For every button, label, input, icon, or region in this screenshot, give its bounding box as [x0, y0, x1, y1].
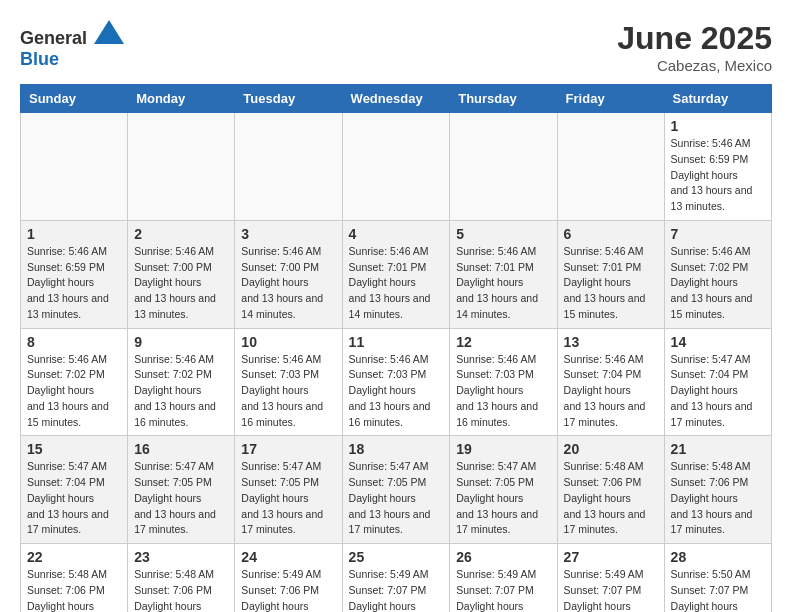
calendar-cell: 6 Sunrise: 5:46 AM Sunset: 7:01 PM Dayli…	[557, 220, 664, 328]
day-number: 9	[134, 334, 228, 350]
logo: General Blue	[20, 20, 124, 70]
day-info: Sunrise: 5:50 AM Sunset: 7:07 PM Dayligh…	[671, 567, 765, 612]
calendar-week-row: 1 Sunrise: 5:46 AM Sunset: 6:59 PM Dayli…	[21, 220, 772, 328]
calendar-cell: 16 Sunrise: 5:47 AM Sunset: 7:05 PM Dayl…	[128, 436, 235, 544]
day-number: 13	[564, 334, 658, 350]
day-number: 17	[241, 441, 335, 457]
day-number: 26	[456, 549, 550, 565]
day-info: Sunrise: 5:49 AM Sunset: 7:06 PM Dayligh…	[241, 567, 335, 612]
day-number: 5	[456, 226, 550, 242]
calendar-cell: 9 Sunrise: 5:46 AM Sunset: 7:02 PM Dayli…	[128, 328, 235, 436]
calendar-cell: 26 Sunrise: 5:49 AM Sunset: 7:07 PM Dayl…	[450, 544, 557, 613]
calendar-cell: 22 Sunrise: 5:48 AM Sunset: 7:06 PM Dayl…	[21, 544, 128, 613]
day-info: Sunrise: 5:49 AM Sunset: 7:07 PM Dayligh…	[349, 567, 444, 612]
calendar-cell	[128, 113, 235, 221]
calendar-cell: 28 Sunrise: 5:50 AM Sunset: 7:07 PM Dayl…	[664, 544, 771, 613]
header-tuesday: Tuesday	[235, 85, 342, 113]
calendar-cell: 24 Sunrise: 5:49 AM Sunset: 7:06 PM Dayl…	[235, 544, 342, 613]
day-number: 2	[134, 226, 228, 242]
calendar-cell: 3 Sunrise: 5:46 AM Sunset: 7:00 PM Dayli…	[235, 220, 342, 328]
day-number: 19	[456, 441, 550, 457]
day-number: 16	[134, 441, 228, 457]
header-saturday: Saturday	[664, 85, 771, 113]
calendar-cell: 15 Sunrise: 5:47 AM Sunset: 7:04 PM Dayl…	[21, 436, 128, 544]
title-block: June 2025 Cabezas, Mexico	[617, 20, 772, 74]
day-number: 1	[671, 118, 765, 134]
calendar-cell: 11 Sunrise: 5:46 AM Sunset: 7:03 PM Dayl…	[342, 328, 450, 436]
day-number: 18	[349, 441, 444, 457]
calendar-cell: 21 Sunrise: 5:48 AM Sunset: 7:06 PM Dayl…	[664, 436, 771, 544]
day-info: Sunrise: 5:48 AM Sunset: 7:06 PM Dayligh…	[134, 567, 228, 612]
day-info: Sunrise: 5:49 AM Sunset: 7:07 PM Dayligh…	[456, 567, 550, 612]
day-info: Sunrise: 5:46 AM Sunset: 7:02 PM Dayligh…	[134, 352, 228, 431]
day-info: Sunrise: 5:46 AM Sunset: 7:00 PM Dayligh…	[241, 244, 335, 323]
calendar-cell: 14 Sunrise: 5:47 AM Sunset: 7:04 PM Dayl…	[664, 328, 771, 436]
day-number: 21	[671, 441, 765, 457]
calendar-cell: 7 Sunrise: 5:46 AM Sunset: 7:02 PM Dayli…	[664, 220, 771, 328]
header-thursday: Thursday	[450, 85, 557, 113]
day-number: 25	[349, 549, 444, 565]
calendar-cell	[342, 113, 450, 221]
day-number: 6	[564, 226, 658, 242]
calendar-cell: 4 Sunrise: 5:46 AM Sunset: 7:01 PM Dayli…	[342, 220, 450, 328]
day-number: 24	[241, 549, 335, 565]
day-info: Sunrise: 5:47 AM Sunset: 7:05 PM Dayligh…	[349, 459, 444, 538]
day-info: Sunrise: 5:47 AM Sunset: 7:05 PM Dayligh…	[241, 459, 335, 538]
location-subtitle: Cabezas, Mexico	[617, 57, 772, 74]
calendar-cell: 20 Sunrise: 5:48 AM Sunset: 7:06 PM Dayl…	[557, 436, 664, 544]
logo-icon	[94, 20, 124, 44]
day-number: 27	[564, 549, 658, 565]
day-number: 8	[27, 334, 121, 350]
day-info: Sunrise: 5:46 AM Sunset: 7:03 PM Dayligh…	[349, 352, 444, 431]
weekday-header-row: Sunday Monday Tuesday Wednesday Thursday…	[21, 85, 772, 113]
calendar-cell: 27 Sunrise: 5:49 AM Sunset: 7:07 PM Dayl…	[557, 544, 664, 613]
day-number: 23	[134, 549, 228, 565]
day-number: 22	[27, 549, 121, 565]
day-info: Sunrise: 5:46 AM Sunset: 7:01 PM Dayligh…	[456, 244, 550, 323]
day-info: Sunrise: 5:46 AM Sunset: 6:59 PM Dayligh…	[671, 136, 765, 215]
day-info: Sunrise: 5:47 AM Sunset: 7:04 PM Dayligh…	[671, 352, 765, 431]
page-header: General Blue June 2025 Cabezas, Mexico	[20, 20, 772, 74]
day-info: Sunrise: 5:47 AM Sunset: 7:04 PM Dayligh…	[27, 459, 121, 538]
day-number: 7	[671, 226, 765, 242]
day-number: 11	[349, 334, 444, 350]
calendar-cell	[21, 113, 128, 221]
calendar-cell: 8 Sunrise: 5:46 AM Sunset: 7:02 PM Dayli…	[21, 328, 128, 436]
header-wednesday: Wednesday	[342, 85, 450, 113]
day-number: 4	[349, 226, 444, 242]
day-info: Sunrise: 5:46 AM Sunset: 7:04 PM Dayligh…	[564, 352, 658, 431]
day-info: Sunrise: 5:46 AM Sunset: 7:01 PM Dayligh…	[349, 244, 444, 323]
logo-blue-text: Blue	[20, 49, 59, 69]
calendar-cell: 10 Sunrise: 5:46 AM Sunset: 7:03 PM Dayl…	[235, 328, 342, 436]
day-info: Sunrise: 5:48 AM Sunset: 7:06 PM Dayligh…	[671, 459, 765, 538]
day-number: 15	[27, 441, 121, 457]
day-number: 3	[241, 226, 335, 242]
day-info: Sunrise: 5:48 AM Sunset: 7:06 PM Dayligh…	[27, 567, 121, 612]
day-info: Sunrise: 5:46 AM Sunset: 7:02 PM Dayligh…	[27, 352, 121, 431]
day-info: Sunrise: 5:46 AM Sunset: 7:02 PM Dayligh…	[671, 244, 765, 323]
calendar-cell: 23 Sunrise: 5:48 AM Sunset: 7:06 PM Dayl…	[128, 544, 235, 613]
calendar-cell: 5 Sunrise: 5:46 AM Sunset: 7:01 PM Dayli…	[450, 220, 557, 328]
calendar-week-row: 22 Sunrise: 5:48 AM Sunset: 7:06 PM Dayl…	[21, 544, 772, 613]
day-info: Sunrise: 5:46 AM Sunset: 6:59 PM Dayligh…	[27, 244, 121, 323]
day-info: Sunrise: 5:48 AM Sunset: 7:06 PM Dayligh…	[564, 459, 658, 538]
calendar-cell: 17 Sunrise: 5:47 AM Sunset: 7:05 PM Dayl…	[235, 436, 342, 544]
calendar-cell: 18 Sunrise: 5:47 AM Sunset: 7:05 PM Dayl…	[342, 436, 450, 544]
calendar-cell: 19 Sunrise: 5:47 AM Sunset: 7:05 PM Dayl…	[450, 436, 557, 544]
day-info: Sunrise: 5:49 AM Sunset: 7:07 PM Dayligh…	[564, 567, 658, 612]
day-info: Sunrise: 5:47 AM Sunset: 7:05 PM Dayligh…	[456, 459, 550, 538]
header-friday: Friday	[557, 85, 664, 113]
calendar-week-row: 15 Sunrise: 5:47 AM Sunset: 7:04 PM Dayl…	[21, 436, 772, 544]
calendar-cell: 1 Sunrise: 5:46 AM Sunset: 6:59 PM Dayli…	[664, 113, 771, 221]
svg-marker-0	[94, 20, 124, 44]
calendar-table: Sunday Monday Tuesday Wednesday Thursday…	[20, 84, 772, 612]
calendar-week-row: 8 Sunrise: 5:46 AM Sunset: 7:02 PM Dayli…	[21, 328, 772, 436]
day-number: 10	[241, 334, 335, 350]
month-year-title: June 2025	[617, 20, 772, 57]
header-sunday: Sunday	[21, 85, 128, 113]
calendar-cell: 12 Sunrise: 5:46 AM Sunset: 7:03 PM Dayl…	[450, 328, 557, 436]
calendar-cell	[450, 113, 557, 221]
day-number: 28	[671, 549, 765, 565]
calendar-cell	[235, 113, 342, 221]
day-info: Sunrise: 5:46 AM Sunset: 7:03 PM Dayligh…	[456, 352, 550, 431]
